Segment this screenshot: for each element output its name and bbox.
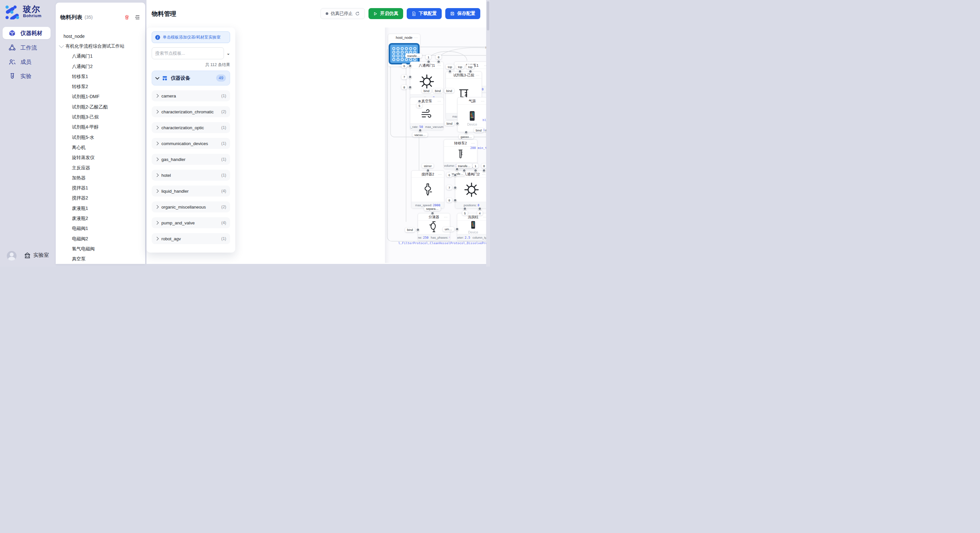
port-label[interactable]: bind bbox=[474, 128, 484, 132]
node-menu-icon[interactable]: ⋯ bbox=[476, 71, 480, 79]
tree-item[interactable]: 加热器 bbox=[56, 173, 145, 183]
template-item-characterization_chromatic[interactable]: characterization_chromatic(2) bbox=[152, 106, 230, 117]
template-item-organic_miscellaneous[interactable]: organic_miscellaneous(2) bbox=[152, 201, 230, 213]
graph-canvas[interactable]: 有机化学流程综合测试工作站 host_no... host_node⋯八通阀门1… bbox=[385, 27, 490, 263]
tree-item[interactable]: 废液瓶2 bbox=[56, 213, 145, 224]
node-menu-icon[interactable]: ⋯ bbox=[414, 34, 418, 41]
template-item-characterization_optic[interactable]: characterization_optic(1) bbox=[152, 122, 230, 133]
port-label[interactable]: 6 bbox=[447, 173, 452, 177]
search-input[interactable] bbox=[152, 47, 224, 59]
port-connector[interactable]: › bbox=[453, 198, 457, 202]
port-label[interactable]: 5 bbox=[417, 103, 422, 108]
collapse-tree-icon[interactable] bbox=[135, 14, 141, 20]
tree-item[interactable]: 电磁阀1 bbox=[56, 224, 145, 234]
template-item-robot_agv[interactable]: robot_agv(1) bbox=[152, 233, 230, 244]
tree-item[interactable]: 搅拌器1 bbox=[56, 183, 145, 193]
port-label[interactable]: 8 bbox=[447, 198, 452, 202]
port-label[interactable]: 4 bbox=[477, 211, 482, 215]
port-connector[interactable]: › bbox=[478, 207, 482, 211]
template-item-communication_devices[interactable]: communication_devices(1) bbox=[152, 138, 230, 149]
port-connector[interactable]: › bbox=[482, 169, 486, 172]
port-label[interactable]: top bbox=[456, 65, 464, 69]
port-label[interactable]: gasso… bbox=[458, 134, 474, 139]
node-menu-icon[interactable]: ⋯ bbox=[471, 140, 475, 147]
chevron-down-icon[interactable]: ⌄ bbox=[226, 51, 230, 56]
tree-item[interactable]: 八通阀门1 bbox=[56, 51, 145, 62]
port-label[interactable]: 7 bbox=[401, 75, 407, 79]
template-item-hotel[interactable]: hotel(1) bbox=[152, 170, 230, 181]
tree-item[interactable]: 试剂瓶1-DMF bbox=[56, 92, 145, 102]
sidebar-item-instruments[interactable]: 仪器耗材 bbox=[3, 27, 51, 39]
category-instruments[interactable]: 仪器设备 49 bbox=[152, 71, 230, 86]
graph-node[interactable]: 八通阀门2⋯positions: 8 bbox=[455, 170, 488, 209]
tree-item[interactable]: 试剂瓶2-乙酸乙酯 bbox=[56, 102, 145, 112]
port-label[interactable]: 8 bbox=[436, 55, 441, 59]
port-connector[interactable]: › bbox=[416, 228, 420, 232]
port-connector[interactable]: › bbox=[463, 207, 467, 211]
port-connector[interactable]: › bbox=[455, 227, 459, 231]
port-connector[interactable]: › bbox=[431, 211, 434, 215]
start-sim-button[interactable]: 开启仿真 bbox=[369, 8, 403, 19]
port-label[interactable]: 5 bbox=[462, 211, 468, 215]
tree-item[interactable]: 废液瓶1 bbox=[56, 203, 145, 213]
graph-node[interactable]: 真空泵⋯pump_rate: 50max_vacuum: 0.1 bbox=[410, 97, 444, 130]
node-menu-icon[interactable]: ⋯ bbox=[438, 97, 441, 105]
port-connector[interactable]: › bbox=[408, 86, 412, 89]
port-label[interactable]: transfe… bbox=[456, 163, 473, 168]
node-menu-icon[interactable]: ⋯ bbox=[438, 171, 442, 178]
port-label[interactable]: 1 bbox=[426, 55, 431, 59]
port-label[interactable]: transfe… bbox=[406, 54, 422, 58]
port-connector[interactable]: › bbox=[408, 64, 412, 68]
scrollbar[interactable] bbox=[486, 0, 490, 266]
tree-item[interactable]: 离心机 bbox=[56, 143, 145, 152]
port-label[interactable]: 8 bbox=[401, 85, 407, 89]
tree-item[interactable]: 转移泵2 bbox=[56, 82, 145, 92]
tree-item-group[interactable]: 有机化学流程综合测试工作站 bbox=[56, 41, 145, 51]
sidebar-item-experiments[interactable]: 实验 bbox=[3, 70, 51, 82]
tree-item[interactable]: 真空泵 bbox=[56, 254, 145, 264]
port-connector[interactable]: › bbox=[426, 169, 430, 172]
template-item-liquid_handler[interactable]: liquid_handler(4) bbox=[152, 186, 230, 197]
port-label[interactable]: 1 bbox=[473, 163, 478, 168]
port-connector[interactable]: › bbox=[458, 70, 462, 73]
port-connector[interactable]: › bbox=[448, 70, 452, 73]
port-connector[interactable]: › bbox=[408, 75, 412, 79]
port-label[interactable]: bind bbox=[405, 228, 415, 232]
port-label[interactable]: 7 bbox=[447, 185, 452, 190]
port-label[interactable]: separa… bbox=[424, 206, 441, 211]
port-connector[interactable]: › bbox=[453, 186, 457, 189]
port-connector[interactable]: › bbox=[465, 130, 468, 134]
port-label[interactable]: bind bbox=[444, 89, 454, 93]
node-menu-icon[interactable]: ⋯ bbox=[444, 213, 448, 220]
tree-item[interactable]: 试剂瓶4-甲醇 bbox=[56, 122, 145, 132]
port-label[interactable]: top bbox=[466, 65, 474, 69]
graph-node[interactable]: 八通阀门1⋯positions: 8 bbox=[410, 62, 444, 101]
tree-item-root[interactable]: host_node bbox=[56, 31, 145, 41]
port-connector[interactable]: › bbox=[453, 173, 457, 177]
tree-item[interactable]: 转移泵1 bbox=[56, 71, 145, 82]
port-label[interactable]: top bbox=[446, 65, 454, 69]
port-connector[interactable]: › bbox=[427, 60, 430, 63]
port-label[interactable]: vacuu… bbox=[412, 132, 428, 137]
sim-status-pill[interactable]: 仿真已停止 bbox=[320, 8, 365, 19]
lab-entry[interactable]: 实验室 bbox=[24, 252, 49, 259]
tree-item[interactable]: 氢气电磁阀 bbox=[56, 244, 145, 254]
tree-item[interactable]: 旋转蒸发仪 bbox=[56, 153, 145, 163]
refresh-icon[interactable] bbox=[355, 11, 360, 16]
trash-icon[interactable] bbox=[124, 14, 130, 20]
template-item-pump_and_valve[interactable]: pump_and_valve(4) bbox=[152, 217, 230, 228]
tree-item[interactable]: 电磁阀2 bbox=[56, 234, 145, 244]
port-connector[interactable]: › bbox=[463, 169, 466, 172]
port-connector[interactable]: › bbox=[418, 128, 422, 132]
port-label[interactable]: um… bbox=[443, 227, 454, 232]
port-connector[interactable]: › bbox=[474, 169, 477, 172]
sidebar-item-members[interactable]: 成员 bbox=[3, 56, 51, 68]
node-menu-icon[interactable]: ⋯ bbox=[481, 97, 485, 105]
template-item-gas_handler[interactable]: gas_handler(1) bbox=[152, 154, 230, 165]
sidebar-item-workflow[interactable]: 工作流 bbox=[3, 41, 51, 54]
port-label[interactable]: bind bbox=[445, 121, 454, 125]
tree-item[interactable]: 试剂瓶3-己烷 bbox=[56, 112, 145, 122]
tree-item[interactable]: 试剂瓶5-水 bbox=[56, 132, 145, 143]
tree-item[interactable]: 搅拌器2 bbox=[56, 194, 145, 203]
tree-item[interactable]: 主反应器 bbox=[56, 163, 145, 173]
